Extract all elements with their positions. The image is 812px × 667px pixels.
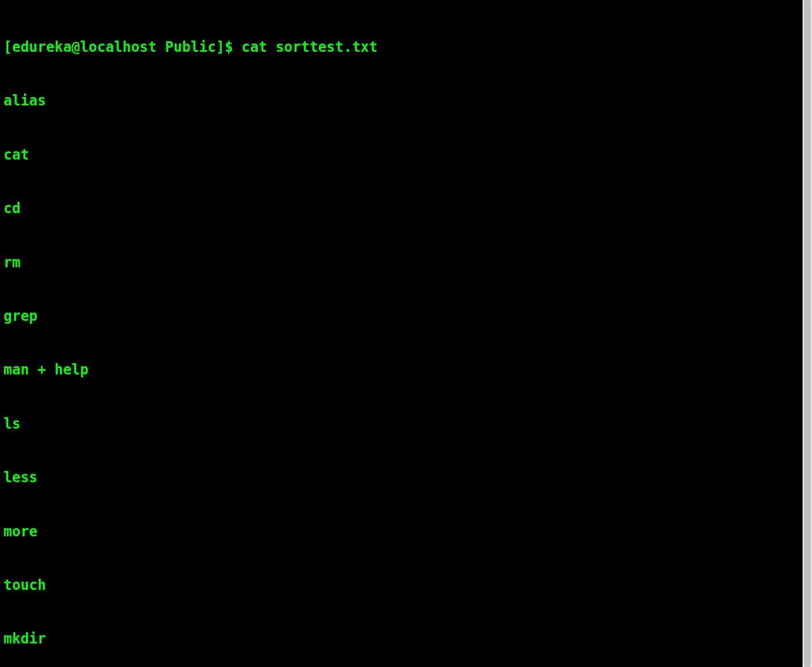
scrollbar-thumb[interactable] bbox=[804, 0, 811, 667]
output-line: grep bbox=[4, 307, 812, 325]
prompt-line-1: [edureka@localhost Public]$ cat sorttest… bbox=[4, 38, 812, 56]
prompt-prefix: [edureka@localhost Public]$ bbox=[4, 39, 242, 55]
output-line: cd bbox=[4, 200, 812, 217]
output-line: cat bbox=[4, 146, 812, 164]
output-line: alias bbox=[4, 92, 812, 109]
output-line: man + help bbox=[4, 361, 812, 379]
output-line: touch bbox=[4, 576, 812, 594]
command-text: cat sorttest.txt bbox=[242, 39, 378, 55]
output-line: more bbox=[4, 523, 812, 540]
vertical-scrollbar[interactable] bbox=[803, 0, 812, 667]
output-line: rm bbox=[4, 254, 812, 271]
output-line: less bbox=[4, 469, 812, 486]
output-line: mkdir bbox=[4, 630, 812, 648]
terminal-output[interactable]: [edureka@localhost Public]$ cat sorttest… bbox=[4, 2, 812, 667]
output-line: ls bbox=[4, 415, 812, 433]
